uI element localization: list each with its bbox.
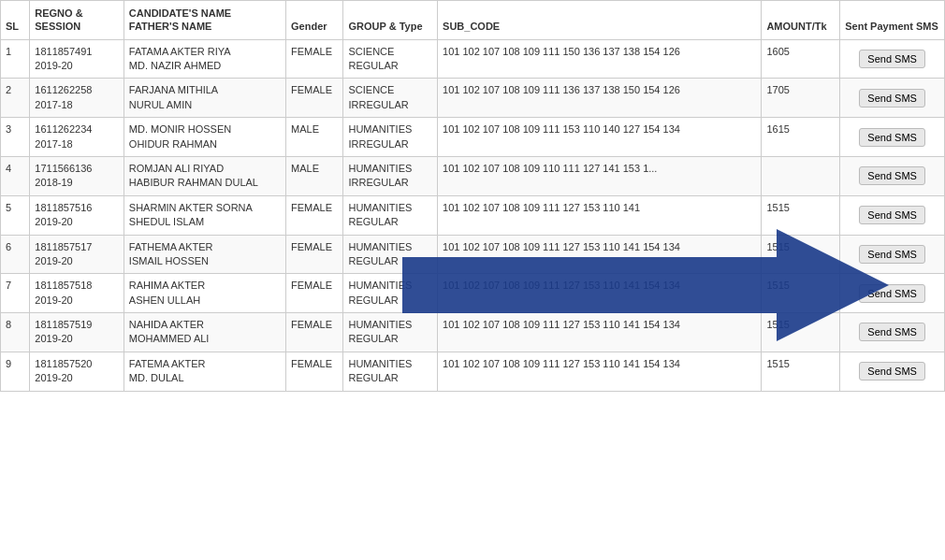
cell-gender: FEMALE (286, 352, 343, 391)
cell-regno: 18118575162019-20 (30, 195, 124, 235)
cell-sms[interactable]: Send SMS (840, 195, 945, 235)
data-table: SL REGNO & SESSION CANDIDATE'S NAME FATH… (0, 0, 945, 392)
cell-name: FATHEMA AKTERISMAIL HOSSEN (124, 235, 285, 274)
header-gender: Gender (286, 1, 343, 40)
send-sms-button[interactable]: Send SMS (859, 89, 925, 108)
cell-name: RAHIMA AKTERASHEN ULLAH (124, 274, 285, 313)
cell-gender: FEMALE (286, 313, 343, 352)
cell-group: SCIENCEIRREGULAR (343, 79, 438, 118)
cell-sms[interactable]: Send SMS (840, 39, 945, 79)
cell-gender: FEMALE (286, 195, 343, 235)
cell-group: HUMANITIESIRREGULAR (343, 118, 438, 157)
cell-sl: 7 (1, 274, 30, 313)
cell-regno: 18118574912019-20 (30, 39, 124, 79)
cell-amount: 1515 (762, 313, 840, 352)
table-row: 9 18118575202019-20 FATEMA AKTERMD. DULA… (1, 352, 945, 391)
cell-name: MD. MONIR HOSSENOHIDUR RAHMAN (124, 118, 285, 157)
cell-name: NAHIDA AKTERMOHAMMED ALI (124, 313, 285, 352)
cell-group: HUMANITIESIRREGULAR (343, 156, 438, 195)
cell-sms[interactable]: Send SMS (840, 156, 945, 195)
cell-group: HUMANITIESREGULAR (343, 235, 438, 274)
cell-sms[interactable]: Send SMS (840, 274, 945, 313)
cell-sl: 5 (1, 195, 30, 235)
send-sms-button[interactable]: Send SMS (859, 245, 925, 264)
table-row: 1 18118574912019-20 FATAMA AKTER RIYAMD.… (1, 39, 945, 79)
cell-amount: 1615 (762, 118, 840, 157)
cell-name: SHARMIN AKTER SORNASHEDUL ISLAM (124, 195, 285, 235)
cell-regno: 18118575202019-20 (30, 352, 124, 391)
send-sms-button[interactable]: Send SMS (859, 166, 925, 185)
cell-regno: 16112622342017-18 (30, 118, 124, 157)
table-row: 3 16112622342017-18 MD. MONIR HOSSENOHID… (1, 118, 945, 157)
send-sms-button[interactable]: Send SMS (859, 284, 925, 303)
cell-group: SCIENCEREGULAR (343, 39, 438, 79)
cell-subcode: 101 102 107 108 109 111 127 153 110 141 … (438, 274, 762, 313)
cell-subcode: 101 102 107 108 109 111 127 153 110 141 (438, 195, 762, 235)
cell-sl: 6 (1, 235, 30, 274)
send-sms-button[interactable]: Send SMS (859, 206, 925, 224)
table-row: 6 18118575172019-20 FATHEMA AKTERISMAIL … (1, 235, 945, 274)
header-sms: Sent Payment SMS (840, 1, 945, 40)
cell-subcode: 101 102 107 108 109 110 111 127 141 153 … (438, 156, 762, 195)
cell-group: HUMANITIESREGULAR (343, 313, 438, 352)
cell-sl: 2 (1, 79, 30, 118)
cell-sl: 8 (1, 313, 30, 352)
header-sl: SL (1, 1, 30, 40)
cell-sl: 9 (1, 352, 30, 391)
cell-amount: 1515 (762, 352, 840, 391)
cell-gender: MALE (286, 156, 343, 195)
table-row: 2 16112622582017-18 FARJANA MITHILANURUL… (1, 79, 945, 118)
cell-regno: 18118575182019-20 (30, 274, 124, 313)
header-amount: AMOUNT/Tk (762, 1, 840, 40)
cell-regno: 17115661362018-19 (30, 156, 124, 195)
table-row: 4 17115661362018-19 ROMJAN ALI RIYADHABI… (1, 156, 945, 195)
cell-amount: 1605 (762, 39, 840, 79)
send-sms-button[interactable]: Send SMS (859, 323, 925, 341)
cell-subcode: 101 102 107 108 109 111 127 153 110 141 … (438, 313, 762, 352)
cell-sms[interactable]: Send SMS (840, 79, 945, 118)
cell-sl: 3 (1, 118, 30, 157)
cell-sms[interactable]: Send SMS (840, 352, 945, 391)
cell-regno: 18118575172019-20 (30, 235, 124, 274)
cell-gender: FEMALE (286, 39, 343, 79)
cell-regno: 16112622582017-18 (30, 79, 124, 118)
cell-regno: 18118575192019-20 (30, 313, 124, 352)
cell-amount: 1705 (762, 79, 840, 118)
cell-group: HUMANITIESREGULAR (343, 352, 438, 391)
cell-gender: MALE (286, 118, 343, 157)
cell-name: ROMJAN ALI RIYADHABIBUR RAHMAN DULAL (124, 156, 285, 195)
cell-sl: 1 (1, 39, 30, 79)
cell-group: HUMANITIESREGULAR (343, 195, 438, 235)
main-container: SL REGNO & SESSION CANDIDATE'S NAME FATH… (0, 0, 945, 392)
cell-subcode: 101 102 107 108 109 111 153 110 140 127 … (438, 118, 762, 157)
cell-subcode: 101 102 107 108 109 111 150 136 137 138 … (438, 39, 762, 79)
cell-gender: FEMALE (286, 274, 343, 313)
header-candidate: CANDIDATE'S NAME FATHER'S NAME (124, 1, 285, 40)
cell-sms[interactable]: Send SMS (840, 118, 945, 157)
send-sms-button[interactable]: Send SMS (859, 128, 925, 147)
header-subcode: SUB_CODE (438, 1, 762, 40)
header-regno: REGNO & SESSION (30, 1, 124, 40)
header-group: GROUP & Type (343, 1, 438, 40)
cell-subcode: 101 102 107 108 109 111 127 153 110 141 … (438, 235, 762, 274)
cell-name: FATEMA AKTERMD. DULAL (124, 352, 285, 391)
cell-name: FATAMA AKTER RIYAMD. NAZIR AHMED (124, 39, 285, 79)
cell-amount: 1515 (762, 274, 840, 313)
cell-name: FARJANA MITHILANURUL AMIN (124, 79, 285, 118)
cell-subcode: 101 102 107 108 109 111 136 137 138 150 … (438, 79, 762, 118)
table-row: 8 18118575192019-20 NAHIDA AKTERMOHAMMED… (1, 313, 945, 352)
cell-gender: FEMALE (286, 79, 343, 118)
send-sms-button[interactable]: Send SMS (859, 50, 925, 68)
table-row: 7 18118575182019-20 RAHIMA AKTERASHEN UL… (1, 274, 945, 313)
send-sms-button[interactable]: Send SMS (859, 362, 925, 381)
cell-sms[interactable]: Send SMS (840, 313, 945, 352)
cell-group: HUMANITIESREGULAR (343, 274, 438, 313)
table-row: 5 18118575162019-20 SHARMIN AKTER SORNAS… (1, 195, 945, 235)
cell-sms[interactable]: Send SMS (840, 235, 945, 274)
cell-amount (762, 156, 840, 195)
cell-amount: 1515 (762, 195, 840, 235)
cell-gender: FEMALE (286, 235, 343, 274)
cell-amount: 1515 (762, 235, 840, 274)
cell-subcode: 101 102 107 108 109 111 127 153 110 141 … (438, 352, 762, 391)
cell-sl: 4 (1, 156, 30, 195)
